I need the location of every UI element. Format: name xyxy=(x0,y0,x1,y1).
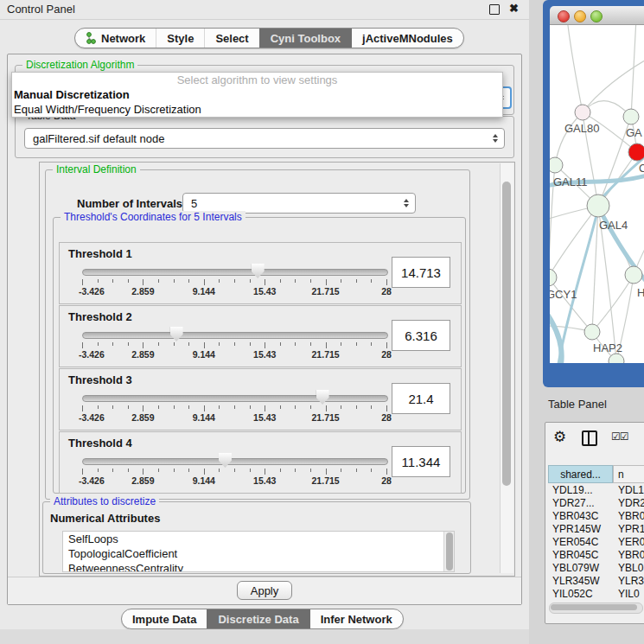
vertical-scrollbar[interactable] xyxy=(500,163,513,573)
column-header-name[interactable]: n xyxy=(613,465,644,483)
slider-ticks xyxy=(82,405,386,412)
gear-icon[interactable]: ⚙ xyxy=(553,428,566,446)
slider-thumb[interactable] xyxy=(252,264,265,278)
network-tab-icon xyxy=(86,32,97,44)
attribute-item[interactable]: TopologicalCoefficient xyxy=(63,546,454,561)
network-edge-highlighted xyxy=(550,310,562,363)
cell-shared-name: YER054C xyxy=(548,536,618,549)
settings-scroll-pane: Interval Definition Number of Intervals … xyxy=(39,162,515,577)
network-node-ga[interactable] xyxy=(623,109,639,124)
slider-tick-labels: -3.4262.8599.14415.4321.71528 xyxy=(82,349,386,360)
table-row[interactable]: YBR045CYBR0 xyxy=(548,549,644,562)
select-columns-icon[interactable]: ☑☑ xyxy=(611,430,628,443)
cyni-toolbox-panel: Discretization Algorithm Select algorith… xyxy=(7,54,522,605)
list-scrollbar-thumb[interactable] xyxy=(446,532,453,571)
threshold-value-field[interactable]: 21.4 xyxy=(392,383,450,414)
slider-thumb[interactable] xyxy=(316,390,329,405)
attribute-list[interactable]: SelfLoopsTopologicalCoefficientBetweenne… xyxy=(62,531,455,572)
table-row[interactable]: YBL079WYBL0 xyxy=(548,562,644,575)
slider-thumb[interactable] xyxy=(170,327,183,341)
split-columns-icon[interactable] xyxy=(582,430,597,446)
tab-jactivemnodules[interactable]: jActiveMNodules xyxy=(351,29,463,48)
tab-label: Network xyxy=(101,32,145,45)
network-node-gcy1[interactable] xyxy=(550,269,557,286)
algorithm-group-title: Discretization Algorithm xyxy=(22,59,137,71)
zoom-traffic-light[interactable] xyxy=(590,10,603,22)
network-node-c[interactable] xyxy=(628,143,644,161)
threshold-label: Threshold 3 xyxy=(68,373,132,386)
table-data-group: Table Data galFiltered.sif default node xyxy=(15,116,514,158)
table-data-combobox[interactable]: galFiltered.sif default node xyxy=(24,128,505,149)
slider-ticks xyxy=(82,342,386,349)
tab-cyni-toolbox[interactable]: Cyni Toolbox xyxy=(259,29,351,48)
num-intervals-label: Number of Intervals xyxy=(77,197,182,210)
slider-track[interactable] xyxy=(82,269,388,276)
attribute-item[interactable]: BetweennessCentrality xyxy=(63,561,454,572)
minimize-traffic-light[interactable] xyxy=(574,10,586,22)
tab-network[interactable]: Network xyxy=(75,29,156,48)
tab-select[interactable]: Select xyxy=(204,29,258,48)
slider-thumb[interactable] xyxy=(219,453,232,468)
tab-style[interactable]: Style xyxy=(156,29,204,48)
table-row[interactable]: YER054CYER0 xyxy=(548,536,644,549)
cell-shared-name: YDL19... xyxy=(548,484,618,497)
threshold-value-field[interactable]: 11.344 xyxy=(392,446,450,477)
cell-shared-name: YDR27... xyxy=(548,497,618,510)
cell-shared-name: YBL079W xyxy=(548,562,618,575)
tab-impute-data[interactable]: Impute Data xyxy=(122,609,207,628)
cell-name: YBL0 xyxy=(618,562,643,575)
panel-title: Control Panel xyxy=(7,3,75,16)
slider-track[interactable] xyxy=(82,458,388,465)
table-row[interactable]: YDR27...YDR2 xyxy=(548,497,644,510)
tab-infer-network[interactable]: Infer Network xyxy=(309,609,403,628)
network-node-label: C xyxy=(639,162,644,175)
cell-name: YDR2 xyxy=(618,497,644,510)
top-tab-bar: NetworkStyleSelectCyni ToolboxjActiveMNo… xyxy=(74,28,464,48)
vertical-scrollbar-thumb[interactable] xyxy=(502,182,511,486)
network-view[interactable]: GAL80GACGAL11GAL4GCY1HHAP2 xyxy=(550,25,644,363)
column-header-shared-name[interactable]: shared... xyxy=(548,465,613,483)
apply-button[interactable]: Apply xyxy=(237,581,292,600)
attribute-item[interactable]: SelfLoops xyxy=(63,532,454,546)
network-node-label: H xyxy=(637,286,644,299)
threshold-value-field[interactable]: 14.713 xyxy=(392,257,450,288)
table-row[interactable]: YBR043CYBR0 xyxy=(548,510,644,523)
horizontal-scrollbar-thumb[interactable] xyxy=(551,604,637,610)
threshold-label: Threshold 2 xyxy=(68,310,132,323)
cell-shared-name: YLR345W xyxy=(548,575,618,588)
thresholds-group-title: Threshold's Coordinates for 5 Intervals xyxy=(61,211,245,223)
network-node-gal80[interactable] xyxy=(575,105,590,120)
network-node-label: GAL4 xyxy=(599,219,628,232)
close-icon[interactable]: ✖ xyxy=(509,2,519,15)
popup-option-manual[interactable]: Manual Discretization xyxy=(12,87,502,102)
table-row[interactable]: YIL052CYIL0 xyxy=(548,588,644,601)
network-window-titlebar[interactable] xyxy=(550,6,644,25)
table-row[interactable]: YDL19...YDL1 xyxy=(548,484,644,497)
tab-discretize-data[interactable]: Discretize Data xyxy=(207,609,309,628)
cell-name: YBR0 xyxy=(618,549,644,562)
attributes-group: Attributes to discretize Numerical Attri… xyxy=(42,501,471,574)
attributes-group-title: Attributes to discretize xyxy=(50,495,159,507)
popup-option-equal-width[interactable]: Equal Width/Frequency Discretization xyxy=(12,102,502,117)
horizontal-scrollbar[interactable] xyxy=(549,603,643,614)
network-node-h[interactable] xyxy=(625,266,642,284)
slider-track[interactable] xyxy=(82,395,388,402)
network-node-label: GCY1 xyxy=(550,288,577,301)
slider-track[interactable] xyxy=(82,332,388,339)
float-window-icon[interactable] xyxy=(489,4,500,15)
close-traffic-light[interactable] xyxy=(558,10,570,22)
list-scrollbar[interactable] xyxy=(443,532,454,571)
threshold-value-field[interactable]: 6.316 xyxy=(392,320,450,351)
tab-label: Infer Network xyxy=(321,613,392,626)
table-row[interactable]: YPR145WYPR1 xyxy=(548,523,644,536)
network-node-gal4[interactable] xyxy=(587,194,609,217)
network-window: GAL80GACGAL11GAL4GCY1HHAP2 xyxy=(543,0,644,387)
combo-stepper-icon xyxy=(404,199,409,207)
apply-bar: Apply xyxy=(8,577,521,604)
cell-shared-name: YBR043C xyxy=(548,510,618,523)
network-node-hap2[interactable] xyxy=(584,324,600,340)
table-row[interactable]: YLR345WYLR3 xyxy=(548,575,644,588)
slider-ticks xyxy=(82,469,386,475)
network-node-gal11[interactable] xyxy=(550,157,563,173)
network-node-label: GA xyxy=(626,126,642,139)
